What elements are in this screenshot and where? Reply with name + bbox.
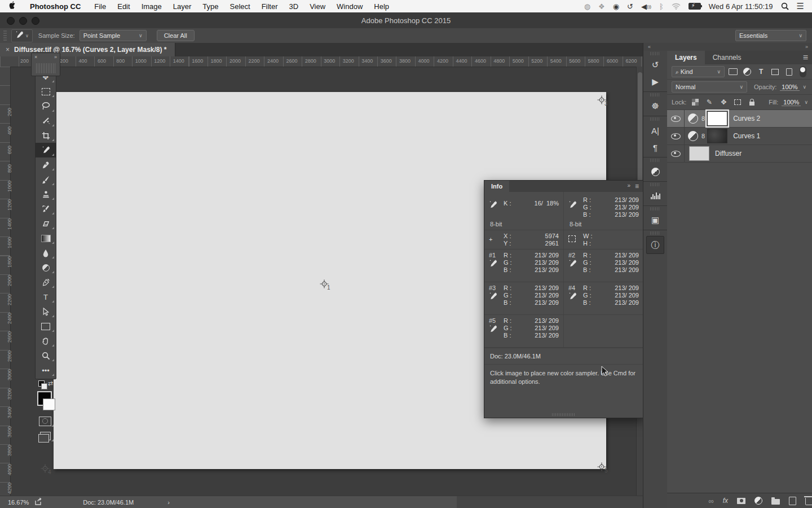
pen-tool[interactable] [36,275,56,290]
volume-icon[interactable]: ◀))) [641,2,651,11]
shape-tool[interactable] [36,319,56,334]
screen-mode-button[interactable] [35,428,55,443]
mask-link-icon[interactable]: 8 [701,133,705,139]
layer-name[interactable]: Curves 1 [733,132,760,140]
bluetooth-icon[interactable]: ᛒ [659,2,664,11]
sample-size-dropdown[interactable]: Point Sample∨ [80,30,147,41]
quick-mask-button[interactable] [35,414,55,428]
swap-colors-icon[interactable]: ⇄ [48,380,53,387]
mini-panel-expand-icon[interactable]: » [54,54,57,60]
horizontal-scrollbar[interactable] [457,496,643,508]
color-sampler-marker-5[interactable]: 5 [597,462,612,475]
adjustment-layer-filter-icon[interactable] [742,68,753,76]
layers-menu-icon[interactable]: ≡ [803,52,812,63]
eraser-tool[interactable] [36,216,56,231]
info-collapse-icon[interactable]: » [627,182,630,190]
mini-floating-panel[interactable]: × » [31,52,60,76]
spotlight-icon[interactable] [781,2,789,10]
path-selection-tool[interactable] [36,304,56,319]
fill-value[interactable]: 100% [782,99,801,106]
history-brush-tool[interactable] [36,202,56,216]
wifi-icon[interactable] [672,3,681,10]
workspace-dropdown[interactable]: Essentials∨ [735,30,806,41]
delete-trash-icon[interactable] [805,496,812,505]
brush-tool[interactable] [36,172,56,187]
layer-filter-kind-dropdown[interactable]: ⌕ Kind∨ [672,66,725,77]
layer-visibility-toggle[interactable] [667,110,685,127]
layer-mask-thumbnail[interactable] [707,129,727,143]
menu-item-type[interactable]: Type [197,2,224,11]
add-mask-icon[interactable] [737,498,745,504]
default-background-icon[interactable] [41,383,47,389]
crop-tool[interactable] [36,128,56,143]
fill-chevron[interactable]: ∨ [804,99,808,105]
type-tool[interactable]: T [36,290,56,304]
adjustment-layer-icon[interactable] [688,131,698,141]
menu-item-select[interactable]: Select [224,2,255,11]
spot-healing-tool[interactable] [36,157,56,172]
layer-row-diffusser[interactable]: Diffusser [667,145,812,163]
layer-row-curves-1[interactable]: 8Curves 1 [667,128,812,145]
new-layer-icon[interactable] [789,497,796,505]
collapse-dock-icon[interactable]: » [805,44,808,50]
lock-move-icon[interactable]: ✥ [718,98,729,106]
menu-item-edit[interactable]: Edit [112,2,135,11]
character-panel-icon[interactable]: A| [643,122,667,139]
doc-size-readout[interactable]: Doc: 23.0M/46.1M [83,499,134,506]
tab-layers[interactable]: Layers [667,51,705,64]
info-menu-icon[interactable]: ≡ [635,182,639,190]
menu-item-image[interactable]: Image [136,2,167,11]
dodge-tool[interactable] [36,260,56,275]
navigator-panel-icon[interactable]: ☸ [643,98,667,115]
new-adjustment-icon[interactable] [754,497,762,505]
layer-name[interactable]: Curves 2 [733,115,760,122]
lock-paint-icon[interactable]: ✎ [704,98,714,106]
zoom-tool[interactable] [36,348,56,363]
close-window-button[interactable] [7,17,15,25]
tab-channels[interactable]: Channels [705,51,749,64]
layer-visibility-toggle[interactable] [667,145,685,162]
color-sampler-marker-3[interactable]: 3 [597,95,612,108]
clone-stamp-tool[interactable] [36,187,56,202]
hand-tool[interactable] [36,334,56,348]
layer-visibility-toggle[interactable] [667,128,685,144]
minimize-window-button[interactable] [19,17,27,25]
menu-item-file[interactable]: File [89,2,112,11]
mini-panel-grip[interactable] [36,63,55,73]
filter-toggle-pill[interactable] [797,66,808,77]
zoom-percentage-field[interactable]: 16.67% [8,499,29,506]
smart-utility-icon[interactable]: ◉ [613,2,619,11]
status-bar-chevron[interactable]: › [167,499,170,506]
close-tab-icon[interactable]: × [6,46,10,54]
background-color-swatch[interactable] [43,398,55,410]
shape-layer-filter-icon[interactable] [770,69,780,75]
eyedropper-tool[interactable] [36,143,56,157]
active-tool-preset[interactable]: ∨ [11,29,33,42]
adjustment-layer-icon[interactable] [688,113,698,124]
new-group-folder-icon[interactable] [771,497,780,505]
history-panel-icon[interactable]: ↺ [643,56,667,73]
opacity-chevron[interactable]: ∨ [803,84,807,90]
lock-transparent-icon[interactable] [690,99,700,106]
link-layers-icon[interactable]: ∞ [708,497,713,505]
mask-link-icon[interactable]: 8 [701,115,705,122]
3d-panel-icon[interactable]: ▣ [643,212,667,229]
lock-all-icon[interactable] [747,99,757,106]
notification-center-icon[interactable]: ☰ [797,1,804,11]
quick-selection-tool[interactable] [36,113,56,128]
menu-item-window[interactable]: Window [331,2,368,11]
menu-item-photoshop-cc[interactable]: Photoshop CC [24,2,89,11]
blend-mode-dropdown[interactable]: Normal∨ [672,81,747,93]
more-tools[interactable]: ••• [36,363,56,378]
opacity-value[interactable]: 100% [780,84,799,91]
gradient-tool[interactable] [36,231,56,246]
layer-style-fx-icon[interactable]: fx [723,497,728,505]
layer-name[interactable]: Diffusser [715,150,742,157]
lasso-tool[interactable] [36,99,56,113]
lock-artboard-icon[interactable] [732,99,743,105]
blur-tool[interactable] [36,246,56,260]
layer-mask-thumbnail[interactable] [707,111,727,126]
histogram-panel-icon[interactable] [643,187,667,204]
clear-all-button[interactable]: Clear All [157,30,195,41]
menu-item-layer[interactable]: Layer [167,2,197,11]
